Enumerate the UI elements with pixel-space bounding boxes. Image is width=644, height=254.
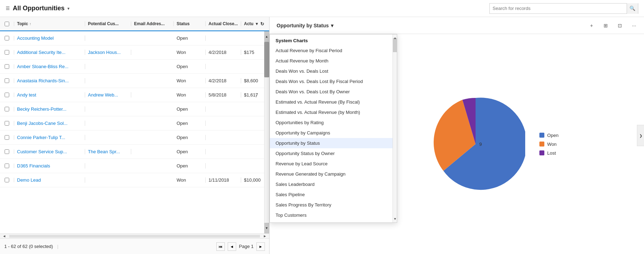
hscroll-right-arrow[interactable]: ► (261, 234, 269, 239)
more-options-button[interactable]: ··· (628, 20, 640, 31)
next-page-button[interactable]: ► (256, 242, 265, 251)
dropdown-item[interactable]: Estimated vs. Actual Revenue (by Month) (270, 107, 397, 117)
footer-separator: | (57, 244, 58, 249)
dropdown-item[interactable]: Deals Won vs. Deals Lost By Fiscal Perio… (270, 76, 397, 87)
save-chart-button[interactable]: ⊡ (614, 20, 626, 31)
row-checkbox[interactable] (0, 135, 14, 140)
chart-dropdown-menu: System Charts Actual Revenue by Fiscal P… (270, 34, 397, 223)
row-checkbox[interactable] (0, 36, 14, 40)
topic-link[interactable]: Customer Service Sup... (17, 149, 67, 154)
dropdown-item[interactable]: Sales Leaderboard (270, 179, 397, 189)
scroll-down-arrow[interactable]: ▼ (264, 223, 269, 233)
row-potential[interactable]: The Bean Spr... (85, 149, 131, 154)
select-all-checkbox[interactable] (5, 22, 9, 26)
row-topic[interactable]: Anastasia Richards-Sin... (14, 78, 85, 83)
grid-panel: Topic ↑ Potential Cus... Email Addres...… (0, 17, 270, 254)
row-checkbox[interactable] (0, 64, 14, 69)
title-dropdown-icon[interactable]: ▾ (67, 6, 70, 11)
row-checkbox[interactable] (0, 50, 14, 55)
row-close: 1/11/2018 (206, 177, 241, 183)
row-potential[interactable]: Jackson Hous... (85, 50, 131, 55)
row-checkbox[interactable] (0, 121, 14, 126)
dropdown-item[interactable]: Estimated vs. Actual Revenue (By Fiscal) (270, 97, 397, 107)
row-checkbox[interactable] (0, 149, 14, 154)
dropdown-item[interactable]: Opportunity Status by Owner (270, 148, 397, 159)
sort-asc-icon: ↑ (29, 22, 31, 26)
topic-link[interactable]: Demo Lead (17, 177, 41, 183)
header-actual[interactable]: Actu ▼ ↻ (241, 21, 269, 27)
dropdown-item[interactable]: Opportunity by Campaigns (270, 128, 397, 138)
row-options-icon[interactable]: ⋮ (254, 92, 259, 98)
dropdown-item[interactable]: Revenue Generated by Campaign (270, 169, 397, 179)
row-topic[interactable]: Demo Lead (14, 177, 85, 183)
dropdown-scroll-up[interactable]: ▲ (393, 34, 397, 42)
row-topic[interactable]: Customer Service Sup... (14, 149, 85, 154)
dropdown-item[interactable]: Revenue by Lead Source (270, 159, 397, 169)
topic-link[interactable]: Accounting Model (17, 35, 54, 41)
horizontal-scrollbar[interactable]: ◄ ► (0, 233, 269, 238)
header-left: ☰ All Opportunities ▾ (6, 5, 70, 12)
expand-panel-button[interactable]: ❯ (637, 125, 644, 146)
row-status: Won (174, 92, 206, 98)
topic-link[interactable]: D365 Financials (17, 163, 50, 169)
add-chart-button[interactable]: + (586, 20, 597, 31)
row-checkbox[interactable] (0, 178, 14, 182)
topic-link[interactable]: Amber Sloane-Bliss Re... (17, 64, 68, 69)
pie-center-label: 9 (479, 142, 482, 147)
dropdown-item[interactable]: Actual Revenue by Month (270, 56, 397, 66)
row-topic[interactable]: Connie Parker-Tulip T... (14, 135, 85, 140)
header-topic[interactable]: Topic ↑ (14, 21, 85, 26)
search-input[interactable] (490, 6, 627, 11)
dropdown-item[interactable]: Deals Won vs. Deals Lost By Owner (270, 87, 397, 97)
header-email[interactable]: Email Addres... (131, 21, 174, 26)
topic-link[interactable]: Benji Jacobs-Cane Sol... (17, 121, 67, 126)
dropdown-item-active[interactable]: Opportunity by Status (270, 138, 397, 148)
scroll-thumb[interactable] (264, 42, 269, 77)
row-topic[interactable]: Accounting Model (14, 35, 85, 41)
dropdown-item[interactable]: Opportunities by Rating (270, 117, 397, 128)
row-potential[interactable]: Andrew Web... (85, 92, 131, 98)
dropdown-scrollbar[interactable]: ▲ ▼ (393, 34, 397, 222)
row-checkbox[interactable] (0, 164, 14, 168)
filter-icon[interactable]: ▼ (255, 22, 259, 26)
refresh-icon[interactable]: ↻ (260, 21, 264, 27)
row-checkbox[interactable] (0, 107, 14, 111)
header-topic-label: Topic (17, 21, 28, 26)
dropdown-item[interactable]: Sales Pipeline (270, 189, 397, 200)
dropdown-item[interactable]: Sales Progress By Territory (270, 200, 397, 210)
header-potential[interactable]: Potential Cus... (85, 21, 131, 26)
vertical-scrollbar[interactable]: ▲ ▼ (264, 31, 269, 233)
scroll-up-arrow[interactable]: ▲ (264, 31, 269, 42)
dropdown-scroll-down[interactable]: ▼ (393, 215, 397, 222)
topic-link[interactable]: Additional Security Ite... (17, 50, 66, 55)
dropdown-scroll-area[interactable]: System Charts Actual Revenue by Fiscal P… (270, 34, 397, 222)
dropdown-item[interactable]: Actual Revenue by Fiscal Period (270, 45, 397, 56)
row-topic[interactable]: Amber Sloane-Bliss Re... (14, 64, 85, 69)
row-checkbox[interactable] (0, 78, 14, 83)
first-page-button[interactable]: ⏮ (216, 242, 225, 251)
topic-link[interactable]: Connie Parker-Tulip T... (17, 135, 65, 140)
row-topic[interactable]: Additional Security Ite... (14, 50, 85, 55)
table-row: Customer Service Sup... The Bean Spr... … (0, 145, 264, 159)
search-button[interactable]: 🔍 (627, 3, 638, 14)
row-topic[interactable]: Becky Reichers-Potter... (14, 106, 85, 112)
row-actual: $10,000 (241, 177, 264, 183)
dropdown-item[interactable]: Deals Won vs. Deals Lost (270, 66, 397, 76)
prev-page-button[interactable]: ◄ (228, 242, 236, 251)
row-checkbox[interactable] (0, 93, 14, 97)
dropdown-item[interactable]: Top Customers (270, 210, 397, 220)
row-topic[interactable]: Andy test (14, 92, 85, 98)
row-topic[interactable]: Benji Jacobs-Cane Sol... (14, 121, 85, 126)
hscroll-left-arrow[interactable]: ◄ (0, 234, 9, 239)
hscroll-track[interactable] (9, 235, 260, 238)
layout-button[interactable]: ⊞ (600, 20, 611, 31)
topic-link[interactable]: Anastasia Richards-Sin... (17, 78, 69, 83)
header-close[interactable]: Actual Close... (206, 21, 241, 26)
header-status[interactable]: Status (174, 21, 206, 26)
dropdown-item[interactable]: Top Opportunities (270, 220, 397, 222)
chart-title-button[interactable]: Opportunity by Status ▾ (274, 21, 336, 30)
row-actual: $175 (241, 50, 264, 55)
topic-link[interactable]: Andy test (17, 92, 36, 98)
row-topic[interactable]: D365 Financials (14, 163, 85, 169)
topic-link[interactable]: Becky Reichers-Potter... (17, 106, 66, 112)
